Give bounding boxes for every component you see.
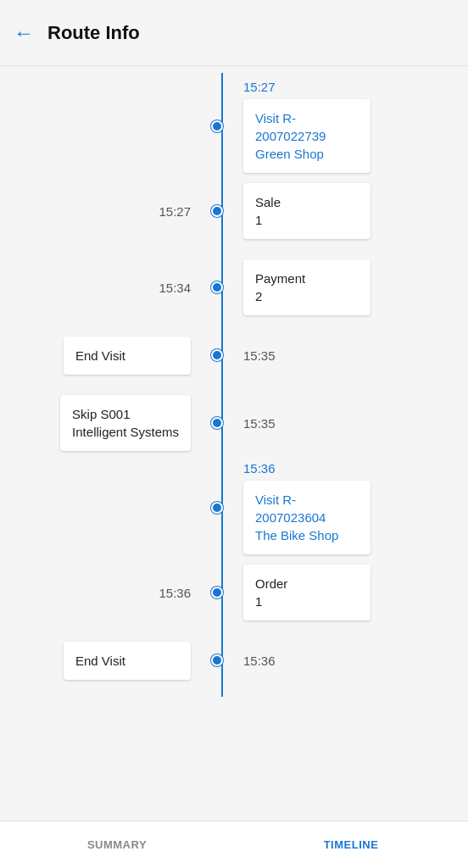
time-label: 15:36	[243, 461, 276, 476]
dot-container	[208, 349, 226, 361]
timeline-card[interactable]: Visit R- 2007023604 The Bike Shop	[243, 481, 370, 554]
time-label: 15:27	[243, 80, 276, 94]
right-side: Payment 2	[226, 259, 434, 315]
card-content: Skip S001 Intelligent Systems	[72, 407, 179, 439]
timeline-dot	[211, 120, 223, 132]
card-content: Order 1	[255, 576, 287, 609]
timeline-row: 15:27 Visit R- 2007022739 Green Shop	[0, 80, 468, 173]
timeline-row: 15:36 Order 1	[0, 554, 468, 631]
left-side: 15:27	[0, 204, 208, 219]
timeline-card[interactable]: Order 1	[243, 565, 370, 620]
right-side: Sale 1	[226, 183, 434, 239]
dot-container	[208, 120, 226, 132]
card-content: Visit R- 2007023604 The Bike Shop	[255, 492, 338, 542]
timeline-row: End Visit 15:35	[0, 326, 468, 385]
left-side: 15:34	[0, 281, 208, 295]
dot-container	[208, 502, 226, 514]
timeline-dot	[211, 281, 223, 293]
right-side: Order 1	[226, 565, 434, 620]
tab-bar: SUMMARY TIMELINE	[0, 821, 468, 868]
left-side: End Visit	[0, 642, 208, 680]
time-label: 15:34	[159, 281, 191, 295]
dot-container	[208, 205, 226, 217]
timeline-card[interactable]: Payment 2	[243, 259, 370, 315]
timeline-dot	[211, 502, 223, 514]
time-label: 15:36	[243, 654, 276, 668]
tab-summary-label: SUMMARY	[87, 838, 147, 851]
dot-container	[208, 417, 226, 429]
page-title: Route Info	[47, 22, 140, 44]
right-side: 15:35	[226, 416, 434, 431]
timeline-card[interactable]: Skip S001 Intelligent Systems	[60, 395, 191, 451]
tab-summary[interactable]: SUMMARY	[0, 821, 234, 868]
timeline-dot	[211, 587, 223, 598]
time-label: 15:35	[243, 348, 276, 363]
right-side: 15:35	[226, 348, 434, 363]
card-content: Payment 2	[255, 271, 305, 303]
left-side: 15:36	[0, 586, 208, 600]
timeline-dot	[211, 349, 223, 361]
timeline-card[interactable]: Visit R- 2007022739 Green Shop	[243, 99, 370, 173]
timeline-row: Skip S001 Intelligent Systems 15:35	[0, 385, 468, 461]
tab-timeline[interactable]: TIMELINE	[234, 821, 468, 868]
timeline-content: 15:27 Visit R- 2007022739 Green Shop 15:…	[0, 66, 468, 821]
time-label: 15:35	[243, 416, 276, 431]
timeline-row: 15:36 Visit R- 2007023604 The Bike Shop	[0, 461, 468, 554]
timeline-row: 15:34 Payment 2	[0, 249, 468, 326]
right-side: 15:36 Visit R- 2007023604 The Bike Shop	[226, 461, 434, 554]
back-button[interactable]: ←	[14, 23, 34, 43]
timeline-row: End Visit 15:36	[0, 631, 468, 690]
timeline-card[interactable]: Sale 1	[243, 183, 370, 239]
tab-timeline-label: TIMELINE	[324, 838, 379, 851]
timeline: 15:27 Visit R- 2007022739 Green Shop 15:…	[0, 73, 468, 697]
left-side: End Visit	[0, 337, 208, 375]
dot-container	[208, 654, 226, 666]
header: ← Route Info	[0, 0, 468, 66]
right-side: 15:36	[226, 654, 434, 668]
card-content: Visit R- 2007022739 Green Shop	[255, 111, 326, 161]
timeline-dot	[211, 417, 223, 429]
left-side: Skip S001 Intelligent Systems	[0, 395, 208, 451]
time-label: 15:36	[159, 586, 191, 600]
timeline-dot	[211, 205, 223, 217]
right-side: 15:27 Visit R- 2007022739 Green Shop	[226, 80, 434, 173]
dot-container	[208, 587, 226, 598]
card-content: End Visit	[75, 654, 125, 668]
time-label: 15:27	[159, 204, 191, 219]
timeline-dot	[211, 654, 223, 666]
timeline-card[interactable]: End Visit	[64, 337, 191, 375]
card-content: End Visit	[75, 348, 125, 363]
dot-container	[208, 281, 226, 293]
timeline-card[interactable]: End Visit	[64, 642, 191, 680]
timeline-row: 15:27 Sale 1	[0, 173, 468, 249]
card-content: Sale 1	[255, 195, 281, 227]
